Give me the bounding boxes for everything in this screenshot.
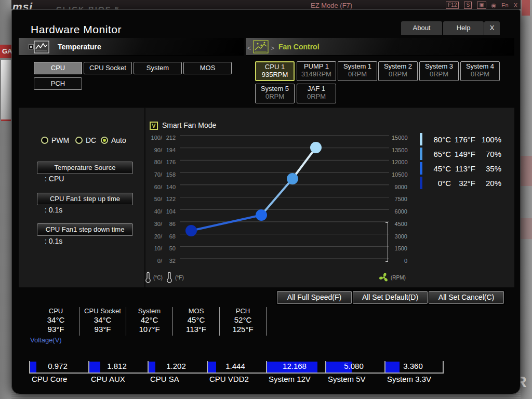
legend-row: 65°C 149°F 70% xyxy=(420,148,501,160)
rail-name-system-5v: System 5V xyxy=(328,375,366,383)
bell-icon[interactable]: ◉ xyxy=(491,2,497,9)
close-button[interactable]: X xyxy=(484,21,500,35)
fan-name: System 3 xyxy=(420,62,458,70)
all-full-speed-button[interactable]: All Full Speed(F) xyxy=(277,291,352,304)
legend-temp-c: 45°C xyxy=(422,164,451,173)
readout-celsius: 42°C xyxy=(126,315,172,325)
bios-version-label: CLICK BIOS 5 xyxy=(56,5,120,9)
readout-cpu: CPU 34°C 93°F xyxy=(33,307,79,336)
rpm-tick-label: 6000 xyxy=(392,207,407,216)
fan-rpm: 3149RPM xyxy=(297,70,336,78)
voltage-gauge-cpu-core: 0.972 xyxy=(29,361,88,374)
smart-fan-mode-checkbox[interactable]: V xyxy=(150,122,158,130)
gauge-value: 1.202 xyxy=(149,362,204,370)
temperature-source-button[interactable]: Temperature Source xyxy=(37,162,133,174)
screenshot-icon[interactable]: S xyxy=(464,2,472,9)
fan-name: JAF 1 xyxy=(297,85,336,92)
temp-tick-label: 30/86 xyxy=(143,220,176,228)
readout-celsius: 34°C xyxy=(33,315,79,325)
readout-fahrenheit: 125°F xyxy=(220,325,266,334)
monitor-icon[interactable]: ▣ xyxy=(477,2,486,9)
gauge-end-bracket xyxy=(443,361,444,374)
right-edge-accent xyxy=(521,218,532,239)
temperature-axis-ticks: 100/21290/19480/17670/15860/14050/12240/… xyxy=(143,134,176,265)
fan-prev-arrow[interactable]: < xyxy=(247,41,251,56)
fan-next-arrow[interactable]: > xyxy=(271,41,274,56)
temp-source-cpu-socket-button[interactable]: CPU Socket xyxy=(84,62,132,74)
fan-name: System 4 xyxy=(461,62,499,70)
fan-curve-point[interactable] xyxy=(256,209,267,221)
collapse-checkbox-icon[interactable] xyxy=(29,44,34,49)
readout-celsius: 45°C xyxy=(173,315,219,325)
fan-system4-button[interactable]: System 4 0RPM xyxy=(460,61,500,81)
voltage-gauge-cpu-vdd2: 1.444 xyxy=(207,361,266,374)
fan-name: System 2 xyxy=(379,62,417,70)
about-button[interactable]: About xyxy=(401,21,442,35)
help-button[interactable]: Help xyxy=(443,21,484,35)
fan-cpu1-button[interactable]: CPU 1 935RPM xyxy=(255,61,295,81)
temp-source-system-button[interactable]: System xyxy=(134,62,182,74)
temp-tick-label: 40/104 xyxy=(143,207,176,216)
gauge-value: 3.360 xyxy=(385,362,441,370)
radio-label: DC xyxy=(86,136,96,144)
fan-curve-segment xyxy=(292,148,316,179)
fan-control-section-title: Fan Control xyxy=(278,38,320,56)
fan-curve-point[interactable] xyxy=(185,225,197,236)
all-set-cancel-button[interactable]: All Set Cancel(C) xyxy=(429,291,504,304)
bios-right-edge xyxy=(521,0,532,399)
mode-pwm-radio[interactable]: PWM xyxy=(41,136,69,144)
fan-pump1-button[interactable]: PUMP 1 3149RPM xyxy=(297,61,336,81)
rpm-tick-label: 7500 xyxy=(392,195,407,203)
temp-tick-label: 90/194 xyxy=(143,146,176,154)
screen: msi CLICK BIOS 5 EZ Mode (F7) F12 S ▣ ◉ … xyxy=(0,0,532,399)
fan-system1-button[interactable]: System 1 0RPM xyxy=(338,61,377,81)
all-set-default-button[interactable]: All Set Default(D) xyxy=(353,291,428,304)
fan-name: PUMP 1 xyxy=(297,62,336,70)
legend-temp-c: 80°C xyxy=(422,135,451,144)
fan-rpm: 0RPM xyxy=(297,92,336,100)
fan-system2-button[interactable]: System 2 0RPM xyxy=(378,61,418,81)
fan-jaf1-button[interactable]: JAF 1 0RPM xyxy=(297,84,336,103)
fan-curve-segment xyxy=(191,215,261,231)
rail-name-cpu-core: CPU Core xyxy=(32,375,67,383)
fan-system5-button[interactable]: System 5 0RPM xyxy=(255,84,295,103)
ez-mode-button[interactable]: EZ Mode (F7) xyxy=(311,2,352,9)
fan-rpm: 0RPM xyxy=(420,70,458,78)
rpm-range-bracket xyxy=(385,222,388,262)
rpm-tick-label: 13500 xyxy=(392,146,407,154)
readout-name: MOS xyxy=(173,307,219,315)
game-boost-knob[interactable] xyxy=(1,60,11,121)
legend-temp-c: 0°C xyxy=(422,179,451,188)
language-button[interactable]: En xyxy=(501,2,508,8)
msi-logo: msi xyxy=(12,1,33,9)
game-boost-label: GA xyxy=(0,45,11,58)
radio-icon xyxy=(75,137,83,144)
rpm-tick-label: 10500 xyxy=(392,170,407,179)
temp-source-cpu-button[interactable]: CPU xyxy=(34,62,82,74)
fan-control-chart-icon xyxy=(253,40,269,54)
fan-curve-point[interactable] xyxy=(310,142,322,153)
gauge-value: 1.812 xyxy=(89,362,144,370)
temperature-chart-icon xyxy=(34,41,49,54)
readout-name: CPU Socket xyxy=(79,307,126,315)
fan-curve-chart[interactable] xyxy=(180,132,391,262)
temp-source-mos-button[interactable]: MOS xyxy=(183,62,232,74)
readout-fahrenheit: 93°F xyxy=(33,325,79,334)
fan-system3-button[interactable]: System 3 0RPM xyxy=(419,61,459,81)
fan-curve-point[interactable] xyxy=(287,173,298,184)
fan-rpm: 0RPM xyxy=(338,70,377,78)
rail-name-cpu-aux: CPU AUX xyxy=(91,375,125,383)
bios-close-button[interactable]: X xyxy=(514,2,517,8)
legend-row: 0°C 32°F 20% xyxy=(420,177,501,189)
fan-rpm: 0RPM xyxy=(379,70,417,78)
readout-fahrenheit: 113°F xyxy=(173,325,219,334)
mode-dc-radio[interactable]: DC xyxy=(75,136,96,144)
readout-name: PCH xyxy=(220,307,266,315)
step-up-time-button[interactable]: CPU Fan1 step up time xyxy=(37,193,133,205)
temp-source-pch-button[interactable]: PCH xyxy=(34,77,82,90)
fahrenheit-unit-label: (°F) xyxy=(175,275,184,281)
boot-menu-icon[interactable]: F12 xyxy=(446,2,459,9)
step-down-time-button[interactable]: CPU Fan1 step down time xyxy=(37,223,133,236)
mode-auto-radio[interactable]: Auto xyxy=(101,136,126,144)
rpm-unit-label: (RPM) xyxy=(391,275,406,281)
